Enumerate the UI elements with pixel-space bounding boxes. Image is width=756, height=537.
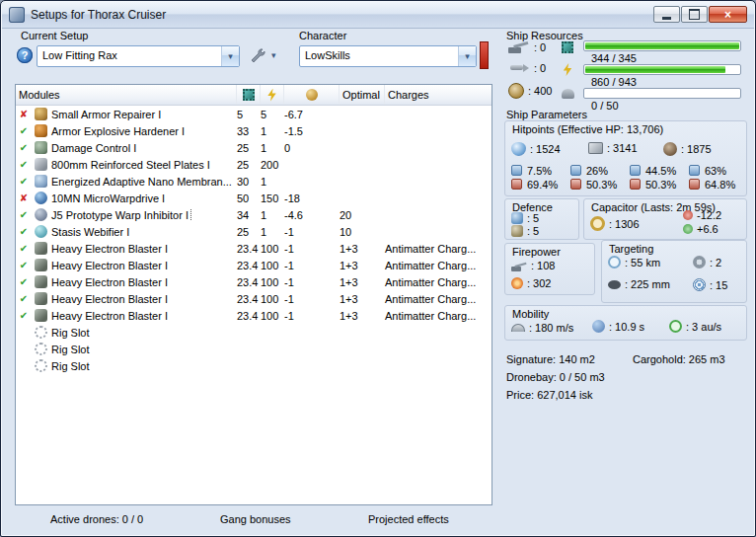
blaster-icon: [35, 275, 47, 288]
fitting-alert-indicator: [480, 41, 489, 69]
shield-hp-value: : 1524: [530, 143, 561, 155]
module-icon-cell: [32, 108, 49, 120]
module-powergrid-value: 1: [261, 226, 284, 238]
module-name-cell: Rig Slot: [49, 327, 237, 339]
current-setup-value: Low Fitting Rax: [38, 46, 221, 66]
module-capacitor-value: -1: [284, 293, 340, 305]
damage-control-icon: [35, 141, 47, 154]
powergrid-column-header[interactable]: [261, 85, 284, 105]
blaster-icon: [35, 309, 47, 322]
module-powergrid-value: 150: [261, 192, 284, 204]
current-setup-select[interactable]: Low Fitting Rax: [37, 45, 240, 67]
module-capacitor-value: -1: [284, 310, 340, 322]
chevron-down-icon[interactable]: [458, 46, 476, 66]
module-name-cell: 10MN MicroWarpdrive I: [49, 192, 237, 204]
character-label: Character: [299, 30, 346, 41]
maximize-button[interactable]: [681, 6, 708, 23]
kinetic-shield-resist-icon: [630, 165, 641, 176]
module-row[interactable]: ✔800mm Reinforced Steel Plates I25200: [16, 156, 491, 173]
module-icon-cell: [32, 208, 49, 221]
charges-column-header[interactable]: Charges: [385, 85, 491, 105]
module-name: 10MN MicroWarpdrive I: [49, 192, 167, 204]
module-row[interactable]: ✔Heavy Electron Blaster I23.4100-11+3Ant…: [16, 257, 491, 273]
targeting-range-icon: [608, 256, 621, 268]
module-row[interactable]: ✔Energized Adaptive Nano Membran...301: [16, 173, 491, 190]
status-ok-icon: ✔: [16, 159, 32, 170]
chevron-down-icon[interactable]: [271, 50, 276, 60]
module-row[interactable]: ✔Heavy Electron Blaster I23.4100-11+3Ant…: [16, 240, 491, 257]
character-select[interactable]: LowSkills: [299, 45, 477, 67]
module-row[interactable]: Rig Slot: [16, 357, 491, 374]
gang-bonuses-section[interactable]: Gang bonuses: [220, 513, 291, 525]
module-powergrid-value: 100: [261, 243, 284, 255]
module-name: Heavy Electron Blaster I: [49, 243, 170, 255]
max-locked-targets-icon: [693, 256, 706, 268]
structure-hp-value: : 1875: [681, 143, 712, 155]
modules-column-header[interactable]: Modules: [16, 85, 237, 105]
module-capacitor-value: 0: [284, 142, 340, 154]
firepower-title: Firepower: [512, 246, 561, 258]
module-name-cell: Heavy Electron Blaster I: [49, 260, 237, 271]
turret-hardpoints: : 0: [508, 40, 546, 53]
module-name: Heavy Electron Blaster I: [49, 260, 170, 271]
microwarpdrive-icon: [35, 192, 47, 204]
module-capacitor-value: -1: [284, 243, 340, 255]
dronebay-bar: [583, 88, 741, 99]
module-row[interactable]: ✔Armor Explosive Hardener I331-1.5: [16, 122, 491, 139]
module-optimal-value: 1+3: [340, 293, 385, 305]
module-name: 800mm Reinforced Steel Plates I: [49, 159, 212, 171]
module-row[interactable]: ✔Heavy Electron Blaster I23.4100-11+3Ant…: [16, 290, 491, 307]
capacitor-column-header[interactable]: [284, 85, 340, 105]
modules-table-header: Modules Optimal Charges: [16, 85, 491, 106]
module-charges-value: Antimatter Charg...: [385, 243, 491, 255]
align-time-icon: [592, 320, 605, 333]
setup-tools-button[interactable]: [250, 47, 276, 63]
module-cpu-value: 30: [237, 176, 261, 188]
module-row[interactable]: Rig Slot: [16, 341, 491, 357]
rig-slot-icon: [35, 343, 47, 355]
optimal-column-header[interactable]: Optimal: [340, 85, 385, 105]
warp-inhibitor-icon: [35, 208, 47, 221]
dronebay-stat: Dronebay: 0 / 50 m3: [506, 371, 605, 383]
close-button[interactable]: [709, 6, 747, 23]
help-button[interactable]: [17, 47, 33, 63]
hitpoints-group: Hitpoints (Effective HP: 13,706) : 1524 …: [504, 120, 747, 196]
targeting-range-value: : 55 km: [625, 257, 660, 268]
module-row[interactable]: ✔Heavy Electron Blaster I23.4100-11+3Ant…: [16, 273, 491, 290]
thermal-shield-resist-value: 26%: [586, 165, 617, 177]
titlebar[interactable]: Setups for Thorax Cruiser: [2, 2, 754, 29]
module-row[interactable]: ✔Heavy Electron Blaster I23.4100-11+3Ant…: [16, 307, 491, 324]
projected-effects-section[interactable]: Projected effects: [368, 513, 449, 525]
active-drones-section[interactable]: Active drones: 0 / 0: [50, 513, 143, 525]
module-name-cell: Heavy Electron Blaster I: [49, 293, 237, 305]
module-optimal-value: 1+3: [340, 276, 385, 288]
module-row[interactable]: ✘10MN MicroWarpdrive I50150-18: [16, 190, 491, 206]
capacitor-drain-value: -12.2: [697, 209, 721, 221]
module-row[interactable]: Rig Slot: [16, 324, 491, 341]
module-powergrid-value: 1: [261, 176, 284, 188]
defence-group: Defence : 5 : 5: [504, 198, 579, 240]
module-name: Damage Control I: [49, 142, 138, 154]
cpu-icon: [243, 89, 255, 101]
thermal-armor-resist-icon: [570, 179, 581, 190]
current-setup-label: Current Setup: [21, 30, 88, 41]
module-capacitor-value: -4.6: [284, 209, 340, 221]
module-cpu-value: 34: [237, 209, 261, 221]
cpu-column-header[interactable]: [237, 85, 261, 105]
module-row[interactable]: ✘Small Armor Repairer I55-6.7: [16, 106, 491, 122]
status-ok-icon: ✔: [16, 276, 32, 287]
module-capacitor-value: -1.5: [284, 125, 340, 137]
module-row[interactable]: ✔J5 Prototype Warp Inhibitor I341-4.620: [16, 206, 491, 223]
module-row[interactable]: ✔Damage Control I2510: [16, 139, 491, 156]
module-icon-cell: [32, 292, 49, 305]
module-optimal-value: 1+3: [340, 243, 385, 255]
module-cpu-value: 50: [237, 192, 261, 204]
module-row[interactable]: ✔Stasis Webifier I251-110: [16, 223, 491, 240]
max-locked-targets-value: : 2: [710, 257, 721, 268]
module-charges-value: Antimatter Charg...: [385, 310, 491, 322]
calibration: : 400: [508, 83, 552, 99]
chevron-down-icon[interactable]: [221, 46, 239, 66]
minimize-button[interactable]: [653, 6, 680, 23]
powergrid-bar: [583, 64, 741, 75]
minimize-icon: [662, 17, 671, 20]
